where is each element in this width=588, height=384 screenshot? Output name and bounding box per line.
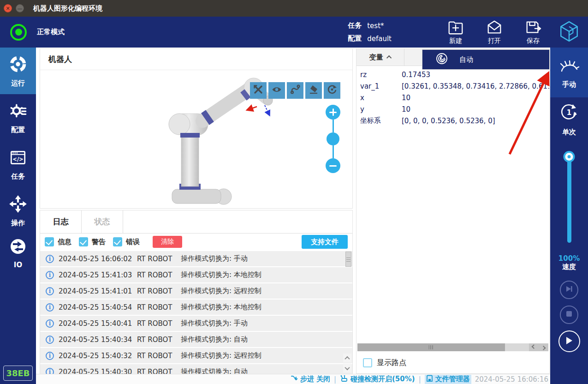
play-button[interactable] [558, 330, 580, 352]
log-source: RT ROBOT [137, 271, 181, 279]
hand-icon [558, 56, 581, 77]
collapse-chevron-icon [386, 55, 391, 60]
zoom-in-button[interactable] [326, 105, 340, 120]
app-logo[interactable] [550, 17, 588, 48]
step-mode-item[interactable]: 步进 关闭 [291, 375, 330, 384]
sidebar-item-task[interactable]: </> 任务 [0, 141, 36, 187]
new-button[interactable]: 新建 [447, 19, 464, 45]
cube-logo-icon [558, 20, 580, 44]
log-source: RT ROBOT [137, 303, 181, 312]
step-forward-button[interactable] [560, 281, 578, 299]
tab-status[interactable]: 状态 [82, 210, 123, 233]
log-scroll-buttons [343, 354, 351, 372]
reset-view-button[interactable] [324, 82, 340, 99]
info-icon [46, 336, 54, 344]
speed-value: 100% [558, 254, 580, 263]
sidebar-item-io[interactable]: IO [0, 234, 36, 272]
tab-variables-label: 变量 [369, 53, 383, 62]
clear-button[interactable]: 清除 [153, 236, 182, 248]
log-row[interactable]: 2024-05-25 15:40:41 RT ROBOT 操作模式切换为: 手动 [40, 316, 352, 331]
zoom-slider-handle[interactable] [327, 132, 339, 145]
variable-value: 0.17453 [402, 71, 549, 79]
open-button[interactable]: 打开 [486, 19, 503, 45]
log-source: RT ROBOT [137, 336, 181, 344]
config-value: default [367, 35, 392, 43]
header: 正常模式 任务 test* 配置 default 新建 [0, 17, 588, 48]
log-row[interactable]: 2024-05-25 16:06:02 RT ROBOT 操作模式切换为: 手动 [40, 251, 352, 266]
speed-slider-handle[interactable] [565, 153, 573, 161]
tools-button[interactable] [250, 82, 267, 99]
tab-variables[interactable]: 变量 [356, 49, 404, 66]
log-row[interactable]: 2024-05-25 15:40:54 RT ROBOT 操作模式切换为: 本地… [40, 300, 352, 315]
robot-panel: 机器人 [40, 48, 353, 209]
scroll-right-icon[interactable] [539, 343, 548, 351]
speed-slider[interactable] [567, 153, 571, 243]
right-sidebar: 手动 1 单次 100% 速度 [550, 48, 588, 384]
log-row[interactable]: 2024-05-25 15:41:03 RT ROBOT 操作模式切换为: 本地… [40, 267, 352, 282]
sidebar-item-config-label: 配置 [11, 126, 25, 134]
step-forward-icon [565, 285, 573, 295]
single-cycle-label: 单次 [562, 128, 576, 137]
log-row[interactable]: 2024-05-25 15:40:30 RT ROBOT 操作模式切换为: 自动 [40, 364, 352, 374]
variable-row[interactable]: 坐标系 [0, 0, 0, 0.5236, 0.5236, 0] [356, 115, 549, 126]
sidebar-item-run[interactable]: 运行 [0, 48, 36, 94]
io-sync-icon [9, 237, 27, 258]
scroll-up-icon[interactable] [343, 354, 351, 362]
show-waypoints-checkbox[interactable] [363, 358, 372, 367]
manual-mode-button[interactable]: 手动 [550, 48, 588, 97]
minimize-icon[interactable]: — [16, 4, 24, 12]
log-row[interactable]: 2024-05-25 15:40:32 RT ROBOT 操作模式切换为: 远程… [40, 348, 352, 363]
stop-button[interactable] [560, 306, 578, 324]
log-time: 2024-05-25 15:40:34 [59, 336, 137, 344]
visibility-button[interactable] [268, 82, 285, 99]
variables-list[interactable]: rz 0.17453 var_1 [0.3261, 0.35348, 0.734… [356, 66, 549, 126]
path-button[interactable] [287, 82, 303, 99]
log-row[interactable]: 2024-05-25 15:40:34 RT ROBOT 操作模式切换为: 自动 [40, 332, 352, 347]
variable-row[interactable]: var_1 [0.3261, 0.35348, 0.73416, 2.72866… [356, 80, 549, 92]
log-row[interactable]: 2024-05-25 15:41:01 RT ROBOT 操作模式切换为: 远程… [40, 283, 352, 299]
scroll-left-icon[interactable] [529, 343, 539, 351]
eraser-button[interactable] [305, 82, 322, 99]
eye-icon [271, 84, 282, 97]
log-time: 2024-05-25 16:06:02 [59, 255, 137, 263]
support-files-button[interactable]: 支持文件 [302, 235, 348, 249]
log-list[interactable]: 2024-05-25 16:06:02 RT ROBOT 操作模式切换为: 手动… [40, 250, 352, 374]
info-icon [46, 352, 54, 360]
save-button-label: 保存 [527, 37, 540, 45]
log-panel: 日志 状态 信息 警告 错误 清除 支持文件 2024-05-25 16:06:… [40, 210, 353, 374]
svg-text:1: 1 [567, 108, 571, 117]
tab-log[interactable]: 日志 [40, 210, 82, 233]
sidebar-item-task-label: 任务 [11, 172, 25, 181]
statusbar-separator: | [334, 375, 336, 384]
path-waypoints-icon [290, 84, 301, 97]
variable-row[interactable]: rz 0.17453 [356, 69, 549, 80]
log-scrollbar-thumb[interactable] [345, 252, 351, 267]
sidebar-item-operate[interactable]: 操作 [0, 187, 36, 234]
file-manager-item[interactable]: 文件管理器 [425, 375, 471, 384]
robot-3d-view[interactable] [40, 70, 352, 208]
log-time: 2024-05-25 15:41:01 [59, 287, 137, 295]
zoom-out-button[interactable] [326, 158, 340, 173]
collision-item[interactable]: 碰撞检测开启(50%) [340, 375, 415, 384]
info-icon [46, 319, 54, 328]
scroll-down-icon[interactable] [343, 364, 351, 372]
variable-row[interactable]: y 10 [356, 103, 549, 115]
info-icon [46, 271, 54, 279]
hscrollbar-thumb[interactable] [357, 343, 505, 351]
show-waypoints-label: 显示路点 [377, 358, 406, 368]
play-icon [565, 336, 573, 347]
sidebar-item-config[interactable]: 配置 [0, 94, 36, 141]
eraser-icon [308, 84, 319, 97]
variable-row[interactable]: x 10 [356, 92, 549, 103]
single-cycle-button[interactable]: 1 单次 [550, 97, 588, 141]
show-waypoints-row: 显示路点 [356, 354, 406, 372]
speed-slider-track[interactable] [567, 157, 571, 243]
single-cycle-icon: 1 [559, 102, 579, 124]
save-button[interactable]: 保存 [524, 19, 542, 45]
mode-menu-auto-item[interactable]: 自动 [422, 49, 550, 70]
close-icon[interactable]: ✕ [4, 4, 12, 12]
error-checkbox[interactable] [113, 237, 122, 246]
warning-checkbox[interactable] [79, 237, 88, 246]
log-source: RT ROBOT [137, 287, 181, 295]
info-checkbox[interactable] [45, 237, 54, 246]
